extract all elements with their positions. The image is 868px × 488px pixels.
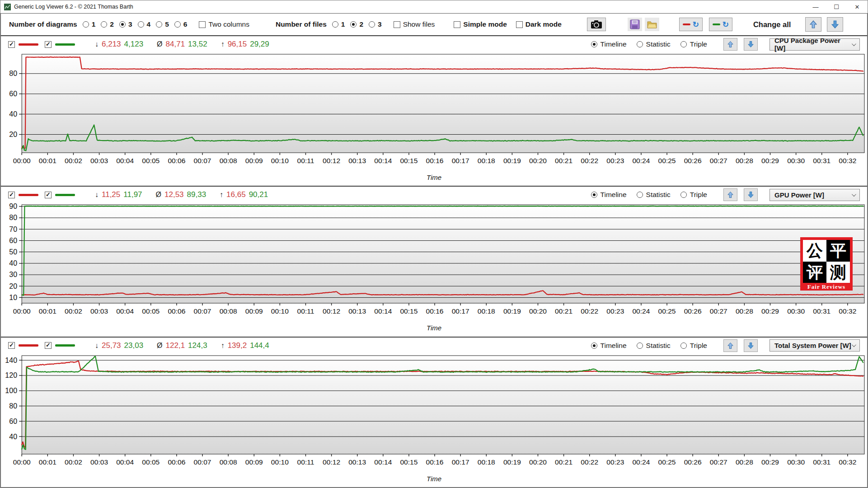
checkbox-icon[interactable]: ✓ bbox=[454, 21, 460, 28]
radio-icon[interactable] bbox=[101, 21, 107, 28]
refresh-icon: ↻ bbox=[693, 21, 699, 28]
show-files-label: Show files bbox=[403, 20, 435, 28]
svg-text:00:06: 00:06 bbox=[168, 157, 185, 164]
radio-icon[interactable] bbox=[156, 21, 162, 28]
radio-icon[interactable] bbox=[119, 21, 126, 28]
svg-text:00:13: 00:13 bbox=[348, 157, 366, 164]
radio-icon[interactable] bbox=[332, 21, 338, 28]
show-files-checkbox[interactable]: ✓ Show files bbox=[394, 20, 435, 28]
metric-dropdown[interactable]: CPU Package Power [W] bbox=[769, 38, 860, 51]
dark-mode-checkbox[interactable]: ✓ Dark mode bbox=[516, 20, 562, 28]
radio-icon[interactable] bbox=[680, 41, 687, 47]
radio-icon[interactable] bbox=[680, 343, 687, 349]
title-bar[interactable]: Generic Log Viewer 6.2 - © 2021 Thomas B… bbox=[0, 0, 868, 13]
radio-icon[interactable] bbox=[369, 21, 375, 28]
avg-stat: Ø122,1124,3 bbox=[157, 341, 207, 350]
green-series-swatch bbox=[55, 43, 75, 46]
move-panel-down-button[interactable] bbox=[744, 38, 758, 51]
view-statistic-radio[interactable]: Statistic bbox=[637, 342, 671, 350]
min-green-value: 4,123 bbox=[124, 40, 144, 49]
checkbox-icon[interactable]: ✓ bbox=[394, 21, 400, 28]
red-line-icon bbox=[683, 23, 690, 25]
screenshot-button[interactable] bbox=[587, 18, 606, 31]
cpu-power-chart[interactable]: 2040608000:0000:0100:0200:0300:0400:0500… bbox=[1, 52, 867, 174]
max-icon: ↑ bbox=[221, 40, 225, 48]
svg-text:00:27: 00:27 bbox=[710, 157, 727, 164]
simple-mode-checkbox[interactable]: ✓ Simple mode bbox=[454, 20, 507, 28]
move-panel-up-button[interactable] bbox=[723, 188, 737, 201]
svg-text:50: 50 bbox=[9, 248, 17, 256]
files-option-1[interactable]: 1 bbox=[332, 20, 345, 28]
diagrams-option-2[interactable]: 2 bbox=[101, 20, 114, 28]
gpu-power-chart[interactable]: 10203040506070809000:0000:0100:0200:0300… bbox=[1, 203, 867, 324]
red-series-visible-checkbox[interactable]: ✓ bbox=[8, 192, 15, 198]
metric-dropdown-value: Total System Power [W] bbox=[774, 342, 851, 349]
total-system-power-chart[interactable]: 40608010012014000:0000:0100:0200:0300:04… bbox=[1, 354, 867, 475]
checkbox-icon[interactable]: ✓ bbox=[516, 21, 523, 28]
radio-icon[interactable] bbox=[591, 41, 597, 47]
files-option-3[interactable]: 3 bbox=[369, 20, 382, 28]
min-stat: ↓11,2511,97 bbox=[95, 190, 142, 199]
svg-text:00:28: 00:28 bbox=[736, 307, 753, 315]
svg-text:00:19: 00:19 bbox=[503, 307, 521, 315]
radio-icon[interactable] bbox=[83, 21, 89, 28]
panel-cpu-package-power: ✓ ✓ ↓6,2134,123 Ø84,7113,52 ↑96,1529,29 … bbox=[1, 36, 867, 186]
change-all-down-button[interactable] bbox=[827, 17, 843, 32]
red-series-visible-checkbox[interactable]: ✓ bbox=[8, 41, 15, 48]
move-panel-down-button[interactable] bbox=[744, 188, 758, 201]
radio-icon[interactable] bbox=[637, 41, 643, 47]
view-timeline-radio[interactable]: Timeline bbox=[591, 342, 627, 350]
avg-red-value: 84,71 bbox=[166, 40, 185, 49]
diagrams-option-1[interactable]: 1 bbox=[83, 20, 96, 28]
svg-text:00:24: 00:24 bbox=[632, 157, 650, 164]
diagrams-option-3[interactable]: 3 bbox=[119, 20, 132, 28]
radio-icon[interactable] bbox=[680, 192, 687, 198]
diagrams-option-4[interactable]: 4 bbox=[138, 20, 151, 28]
view-triple-radio[interactable]: Triple bbox=[680, 40, 707, 48]
svg-text:00:03: 00:03 bbox=[90, 458, 108, 466]
svg-text:00:23: 00:23 bbox=[606, 458, 624, 466]
radio-icon[interactable] bbox=[138, 21, 144, 28]
svg-text:00:04: 00:04 bbox=[116, 307, 134, 315]
metric-dropdown[interactable]: GPU Power [W] bbox=[769, 189, 860, 201]
radio-icon[interactable] bbox=[174, 21, 181, 28]
move-panel-up-button[interactable] bbox=[723, 38, 737, 51]
svg-text:00:14: 00:14 bbox=[374, 307, 392, 315]
change-all-up-button[interactable] bbox=[805, 17, 821, 32]
view-timeline-radio[interactable]: Timeline bbox=[591, 40, 627, 48]
logo-char: 评 bbox=[803, 262, 826, 283]
radio-icon[interactable] bbox=[591, 343, 597, 349]
view-statistic-radio[interactable]: Statistic bbox=[637, 191, 671, 199]
green-series-visible-checkbox[interactable]: ✓ bbox=[45, 192, 52, 198]
radio-icon[interactable] bbox=[637, 343, 643, 349]
radio-icon[interactable] bbox=[637, 192, 643, 198]
svg-text:90: 90 bbox=[9, 203, 17, 210]
view-statistic-radio[interactable]: Statistic bbox=[637, 40, 671, 48]
radio-icon[interactable] bbox=[591, 192, 597, 198]
green-series-visible-checkbox[interactable]: ✓ bbox=[45, 342, 52, 349]
view-triple-radio[interactable]: Triple bbox=[680, 342, 707, 350]
green-series-reload-button[interactable]: ↻ bbox=[709, 18, 732, 31]
diagrams-option-6[interactable]: 6 bbox=[174, 20, 188, 28]
maximize-button[interactable]: ☐ bbox=[826, 0, 847, 13]
view-triple-radio[interactable]: Triple bbox=[680, 191, 707, 199]
open-folder-button[interactable] bbox=[645, 18, 659, 31]
svg-text:00:18: 00:18 bbox=[478, 458, 495, 466]
metric-dropdown[interactable]: Total System Power [W] bbox=[769, 339, 860, 352]
move-panel-up-button[interactable] bbox=[723, 339, 737, 352]
green-series-visible-checkbox[interactable]: ✓ bbox=[45, 41, 52, 48]
red-series-visible-checkbox[interactable]: ✓ bbox=[8, 342, 15, 349]
svg-text:00:01: 00:01 bbox=[39, 307, 56, 315]
save-button[interactable] bbox=[628, 18, 642, 31]
diagrams-option-5[interactable]: 5 bbox=[156, 20, 169, 28]
checkbox-icon[interactable]: ✓ bbox=[199, 21, 206, 28]
minimize-button[interactable]: — bbox=[805, 0, 826, 13]
view-timeline-radio[interactable]: Timeline bbox=[591, 191, 627, 199]
folder-icon bbox=[647, 20, 657, 28]
red-series-reload-button[interactable]: ↻ bbox=[679, 18, 703, 31]
two-columns-checkbox[interactable]: ✓ Two columns bbox=[199, 20, 249, 28]
close-button[interactable]: ✕ bbox=[847, 0, 868, 13]
files-option-2[interactable]: 2 bbox=[350, 20, 363, 28]
radio-icon[interactable] bbox=[350, 21, 357, 28]
move-panel-down-button[interactable] bbox=[744, 339, 758, 352]
